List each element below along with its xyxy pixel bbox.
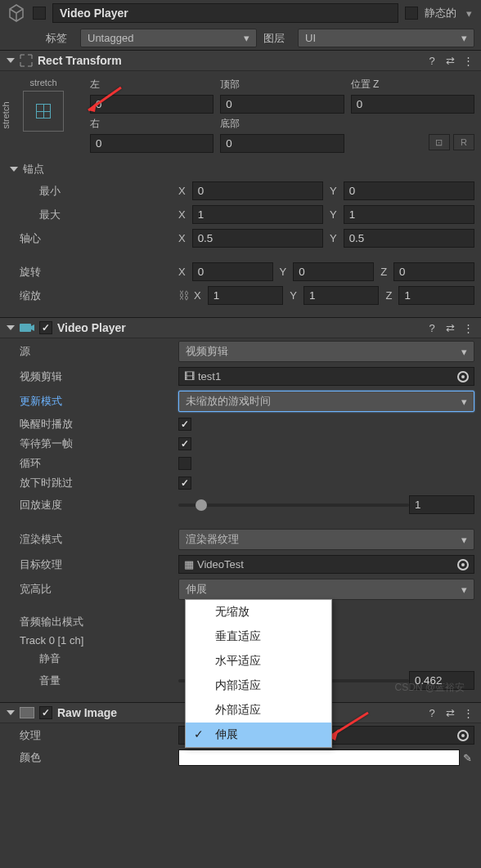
posz-label: 位置 Z xyxy=(351,78,474,92)
popup-option-fit-vertically[interactable]: 垂直适应 xyxy=(186,624,331,649)
preset-icon[interactable]: ⇄ xyxy=(443,706,456,719)
constrain-scale-icon[interactable]: ⛓ xyxy=(178,289,189,302)
aspect-ratio-dropdown[interactable]: 伸展▾ xyxy=(178,579,474,600)
help-icon[interactable]: ? xyxy=(425,706,438,719)
menu-icon[interactable]: ⋮ xyxy=(461,321,474,334)
skip-on-drop-checkbox[interactable] xyxy=(178,477,191,490)
video-player-header[interactable]: Video Player ? ⇄ ⋮ xyxy=(0,317,481,338)
scale-x-input[interactable] xyxy=(208,286,284,305)
rot-y-input[interactable] xyxy=(293,262,374,281)
loop-label: 循环 xyxy=(7,456,178,471)
component-enabled-checkbox[interactable] xyxy=(39,321,52,334)
playback-speed-slider[interactable] xyxy=(178,503,409,507)
target-texture-field[interactable]: ▦ VideoTest xyxy=(178,555,474,574)
render-mode-label: 渲染模式 xyxy=(7,532,178,547)
top-input[interactable] xyxy=(220,95,344,114)
static-label: 静态的 xyxy=(425,6,456,20)
object-picker-icon[interactable] xyxy=(457,371,469,383)
gameobject-name-input[interactable] xyxy=(52,3,398,23)
popup-option-label: 伸展 xyxy=(215,727,238,740)
anchor-preset-button[interactable]: stretch stretch xyxy=(7,78,80,153)
anchor-min-y-input[interactable] xyxy=(344,181,474,200)
foldout-icon xyxy=(7,58,15,63)
chevron-down-icon: ▾ xyxy=(461,32,467,44)
scale-z-input[interactable] xyxy=(398,286,474,305)
rect-transform-header[interactable]: Rect Transform ? ⇄ ⋮ xyxy=(0,50,481,71)
foldout-icon[interactable] xyxy=(10,167,18,172)
menu-icon[interactable]: ⋮ xyxy=(461,706,474,719)
wait-first-frame-checkbox[interactable] xyxy=(178,437,191,450)
rot-z-input[interactable] xyxy=(393,262,474,281)
preset-icon[interactable]: ⇄ xyxy=(443,321,456,334)
y-label: Y xyxy=(330,185,337,197)
top-label: 顶部 xyxy=(220,78,344,92)
foldout-icon xyxy=(7,710,15,715)
check-icon: ✓ xyxy=(194,727,204,740)
chevron-down-icon: ▾ xyxy=(461,346,467,358)
chevron-down-icon: ▾ xyxy=(244,32,249,44)
aspect-ratio-label: 宽高比 xyxy=(7,582,178,597)
eyedropper-icon[interactable]: ✎ xyxy=(460,752,474,764)
x-label: X xyxy=(178,185,186,197)
color-field[interactable] xyxy=(178,749,460,766)
help-icon[interactable]: ? xyxy=(425,54,438,67)
play-on-awake-label: 唤醒时播放 xyxy=(7,417,178,432)
anchor-max-x-input[interactable] xyxy=(192,205,323,224)
menu-icon[interactable]: ⋮ xyxy=(461,54,474,67)
playback-speed-input[interactable] xyxy=(409,495,474,514)
x-label: X xyxy=(178,266,186,278)
posz-input[interactable] xyxy=(351,95,474,114)
target-texture-value: VideoTest xyxy=(197,558,454,570)
raw-edit-button[interactable]: R xyxy=(453,134,474,150)
update-mode-dropdown[interactable]: 未缩放的游戏时间▾ xyxy=(178,391,474,412)
loop-checkbox[interactable] xyxy=(178,457,191,470)
chevron-down-icon: ▾ xyxy=(461,534,467,546)
pivot-y-input[interactable] xyxy=(344,229,474,248)
bottom-input[interactable] xyxy=(220,134,344,153)
preset-icon[interactable]: ⇄ xyxy=(443,54,456,67)
anchor-min-x-input[interactable] xyxy=(192,181,323,200)
pivot-label: 轴心 xyxy=(7,231,178,246)
tag-dropdown[interactable]: Untagged ▾ xyxy=(80,29,257,47)
component-enabled-checkbox[interactable] xyxy=(39,706,52,719)
anchor-h-label: stretch xyxy=(29,78,56,87)
max-label: 最大 xyxy=(7,208,178,222)
popup-option-fit-inside[interactable]: 内部适应 xyxy=(186,673,331,698)
anchor-max-y-input[interactable] xyxy=(344,205,474,224)
clip-object-field[interactable]: 🎞 test1 xyxy=(178,367,474,386)
rect-transform-icon xyxy=(20,54,33,67)
help-icon[interactable]: ? xyxy=(425,321,438,334)
object-picker-icon[interactable] xyxy=(457,559,469,570)
popup-option-fit-horizontally[interactable]: 水平适应 xyxy=(186,649,331,673)
aspect-ratio-popup: 无缩放 垂直适应 水平适应 内部适应 外部适应 ✓伸展 xyxy=(185,599,332,748)
foldout-icon xyxy=(7,325,15,330)
scale-label: 缩放 xyxy=(7,289,178,303)
blueprint-mode-button[interactable]: ⊡ xyxy=(429,134,450,150)
layer-value: UI xyxy=(305,32,316,44)
tag-value: Untagged xyxy=(88,32,133,44)
rot-x-input[interactable] xyxy=(192,262,273,281)
mute-label: 静音 xyxy=(7,651,178,666)
object-picker-icon[interactable] xyxy=(457,730,469,741)
layer-dropdown[interactable]: UI ▾ xyxy=(298,29,474,47)
anchor-v-label: stretch xyxy=(1,101,11,128)
static-checkbox[interactable] xyxy=(405,7,418,20)
source-label: 源 xyxy=(7,344,178,359)
color-label: 颜色 xyxy=(7,750,178,765)
chevron-down-icon: ▾ xyxy=(461,396,467,408)
active-checkbox[interactable] xyxy=(33,7,46,20)
popup-option-fit-outside[interactable]: 外部适应 xyxy=(186,698,331,723)
play-on-awake-checkbox[interactable] xyxy=(178,418,191,431)
popup-option-no-scaling[interactable]: 无缩放 xyxy=(186,600,331,624)
static-dropdown-icon[interactable]: ▾ xyxy=(463,7,474,19)
pivot-x-input[interactable] xyxy=(192,229,323,248)
render-mode-dropdown[interactable]: 渲染器纹理▾ xyxy=(178,529,474,550)
audio-output-label: 音频输出模式 xyxy=(7,615,178,629)
popup-option-stretch[interactable]: ✓伸展 xyxy=(186,723,331,747)
right-input[interactable] xyxy=(90,134,214,153)
bottom-label: 底部 xyxy=(220,117,344,131)
x-label: X xyxy=(178,232,186,244)
texture-label: 纹理 xyxy=(7,728,178,743)
scale-y-input[interactable] xyxy=(303,286,380,305)
source-dropdown[interactable]: 视频剪辑▾ xyxy=(178,341,474,362)
